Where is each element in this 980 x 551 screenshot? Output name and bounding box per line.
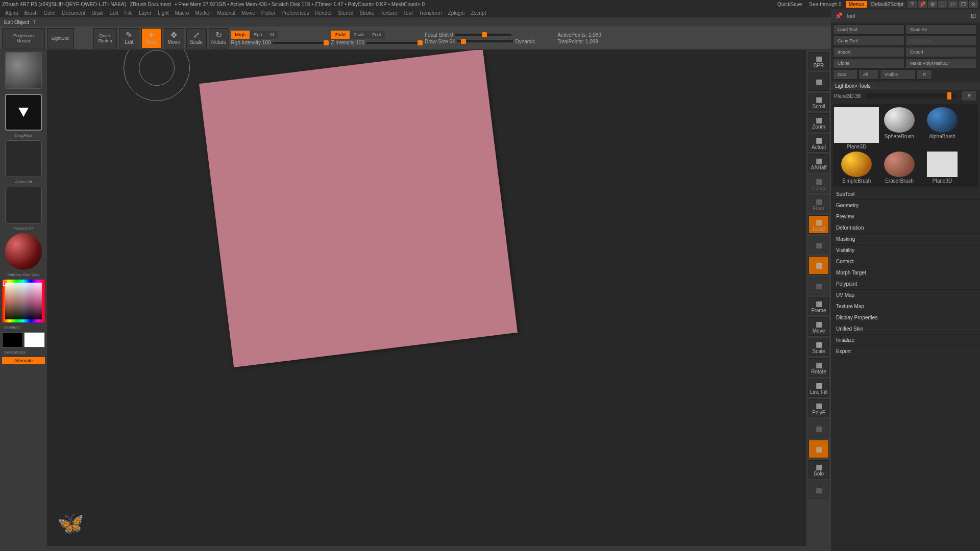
draw-size-slider[interactable]: [461, 39, 466, 44]
make-polymesh3d-button[interactable]: Make PolyMesh3D: [905, 58, 977, 68]
section-unified-skin[interactable]: Unified Skin: [831, 323, 980, 335]
strip-floor[interactable]: ▦Floor: [808, 195, 829, 213]
goz-visible-button[interactable]: Visible: [880, 69, 916, 80]
zcut-button[interactable]: Zcut: [368, 31, 385, 39]
menu-color[interactable]: Color: [42, 9, 58, 17]
focal-shift-slider[interactable]: [482, 32, 487, 37]
section-polypaint[interactable]: Polypaint: [831, 279, 980, 290]
lightbox-button[interactable]: LightBox: [47, 28, 74, 48]
copy-tool-button[interactable]: Copy Tool: [833, 36, 904, 46]
strip-xpose2[interactable]: ▦: [808, 481, 829, 499]
close-button[interactable]: ✕: [969, 1, 978, 8]
strip-move2[interactable]: ▦Move: [808, 317, 829, 336]
mrgb-button[interactable]: Mrgb: [231, 31, 250, 39]
tool-thumb-plane3d2[interactable]: Plane3D: [922, 152, 963, 184]
menu-material[interactable]: Material: [215, 9, 238, 17]
goz-r-button[interactable]: R: [917, 69, 932, 80]
quicksave-button[interactable]: QuickSave: [774, 1, 805, 8]
tool-slider[interactable]: [947, 92, 951, 99]
stroke-thumbnail[interactable]: [5, 94, 42, 131]
menu-marker[interactable]: Marker: [193, 9, 213, 17]
tool-r-button[interactable]: R: [962, 91, 977, 101]
strip-bpr[interactable]: ▦BPR: [808, 52, 829, 70]
menu-layer[interactable]: Layer: [137, 9, 154, 17]
load-tool-button[interactable]: Load Tool: [833, 24, 904, 35]
switch-color-button[interactable]: SwitchColor: [1, 349, 46, 355]
menu-transform[interactable]: Transform: [416, 9, 444, 17]
color-picker[interactable]: [2, 280, 45, 322]
save-as-button[interactable]: Save As: [905, 24, 977, 35]
import-button[interactable]: Import: [833, 47, 904, 57]
strip-frame[interactable]: ▦Frame: [808, 297, 829, 315]
strip-linefill[interactable]: ▦Line Fill: [808, 379, 829, 397]
strip-actual[interactable]: ▦Actual: [808, 134, 829, 152]
viewport[interactable]: 🦋: [47, 50, 806, 546]
section-export[interactable]: Export: [831, 346, 980, 357]
strip-local[interactable]: ▦Local: [808, 215, 829, 234]
section-display-properties[interactable]: Display Properties: [831, 312, 980, 323]
strip-transp[interactable]: ▦: [808, 419, 829, 438]
section-texture-map[interactable]: Texture Map: [831, 301, 980, 312]
strip-polyf[interactable]: ▦PolyF: [808, 399, 829, 417]
gradient-toggle[interactable]: Gradient: [1, 324, 46, 330]
tool-thumb-spherebrush[interactable]: SphereBrush: [879, 107, 920, 149]
collapse-icon[interactable]: ⊟: [971, 12, 976, 19]
menu-texture[interactable]: Texture: [378, 9, 399, 17]
strip-aahalf[interactable]: ▦AAHalf: [808, 154, 829, 172]
draw-mode[interactable]: ✦Draw: [141, 28, 162, 48]
menu-file[interactable]: File: [122, 9, 135, 17]
section-uv-map[interactable]: UV Map: [831, 290, 980, 301]
menu-macro[interactable]: Macro: [173, 9, 191, 17]
tool-thumb-eraserbrush[interactable]: EraserBrush: [879, 152, 920, 184]
export-button[interactable]: Export: [905, 47, 977, 57]
strip-rotate2[interactable]: ▦Rotate: [808, 358, 829, 377]
strip-ghost[interactable]: ▦: [808, 440, 829, 458]
pin-icon[interactable]: 📌: [918, 1, 927, 8]
alternate-button[interactable]: Alternate: [2, 357, 45, 364]
move-mode[interactable]: ✥Move: [164, 28, 184, 48]
quicksketch-button[interactable]: Quick Sketch: [93, 28, 117, 48]
section-initialize[interactable]: Initialize: [831, 335, 980, 346]
menu-picker[interactable]: Picker: [259, 9, 278, 17]
restore-button[interactable]: ❐: [959, 1, 968, 8]
goz-all-button[interactable]: All: [859, 69, 879, 80]
section-deformation[interactable]: Deformation: [831, 222, 980, 234]
edit-mode[interactable]: ✎Edit: [119, 28, 139, 48]
pin-icon[interactable]: 📌: [835, 12, 843, 19]
section-subtool[interactable]: SubTool: [831, 189, 980, 200]
strip-zoom[interactable]: ▦Zoom: [808, 113, 829, 132]
tool-thumb-simplebrush[interactable]: SimpleBrush: [836, 152, 877, 184]
tool-thumb-alphabrush[interactable]: AlphaBrush: [922, 107, 963, 149]
strip-persp[interactable]: ▦Persp: [808, 174, 829, 193]
m-button[interactable]: M: [266, 31, 279, 39]
strip-lcam[interactable]: ▦: [808, 256, 829, 274]
menu-stencil[interactable]: Stencil: [336, 9, 355, 17]
minimize-button[interactable]: _: [938, 1, 947, 8]
menu-stroke[interactable]: Stroke: [357, 9, 376, 17]
primary-color[interactable]: [24, 332, 45, 347]
strip-scroll[interactable]: ▦Scroll: [808, 93, 829, 111]
strip-xpose[interactable]: ▦: [808, 277, 829, 295]
section-visibility[interactable]: Visibility: [831, 245, 980, 256]
menu-alpha[interactable]: Alpha: [3, 9, 20, 17]
scale-mode[interactable]: ⤢Scale: [186, 28, 207, 48]
menu-edit[interactable]: Edit: [108, 9, 120, 17]
help-icon[interactable]: ?: [908, 1, 917, 8]
strip-localsym[interactable]: ▦: [808, 236, 829, 254]
section-masking[interactable]: Masking: [831, 234, 980, 245]
secondary-color[interactable]: [2, 332, 23, 347]
z-intensity-slider[interactable]: [418, 40, 423, 45]
menu-brush[interactable]: Brush: [22, 9, 40, 17]
seethrough-slider[interactable]: See-through 0: [806, 1, 844, 8]
texture-thumbnail[interactable]: [5, 187, 42, 223]
paste-tool-button[interactable]: Paste Tool: [905, 36, 977, 46]
menu-light[interactable]: Light: [156, 9, 171, 17]
material-thumbnail[interactable]: [5, 233, 42, 270]
section-morph-target[interactable]: Morph Target: [831, 267, 980, 279]
lightbox-tools-header[interactable]: Lightbox> Tools: [831, 82, 980, 90]
plane-object[interactable]: [199, 50, 518, 367]
zsub-button[interactable]: Zsub: [350, 31, 368, 39]
rgb-intensity-slider[interactable]: [324, 40, 329, 45]
brush-thumbnail[interactable]: [5, 52, 42, 89]
menu-tool[interactable]: Tool: [401, 9, 414, 17]
